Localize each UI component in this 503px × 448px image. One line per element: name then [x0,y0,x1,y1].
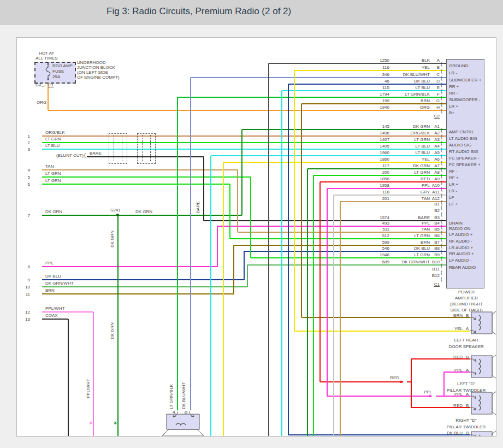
pin-function-label: LR + [449,104,483,109]
pin-bracket-icon: ( [441,148,442,152]
left-wire-color-label: PPL [45,261,54,266]
v-599 [233,245,234,294]
inline-connector-box [137,133,156,164]
wire-689-left [42,286,247,287]
pin-letter: B3 [417,215,440,220]
left-wire-number: 12 [20,310,30,315]
pin-bracket-icon: ( [441,250,442,255]
speaker-pin-color: YEL [430,326,463,331]
pin-letter: A1 [417,124,440,129]
left-wire-number: 9 [20,278,30,282]
pin-function-label: LF - [449,195,483,200]
v-coax [68,319,69,436]
pin-bracket-icon: ( [441,219,442,224]
speaker-pin-color: DK BLU [430,431,463,435]
left-wire-number: 11 [20,292,30,297]
v-bare [203,157,204,221]
pin-bracket-icon: ( [441,82,442,87]
wire-1960 [211,155,446,156]
pin-bracket-icon: ( [441,187,442,192]
v-1948 [250,177,251,258]
speaker-pin-color: RED [430,355,463,359]
pin-bracket-icon: ( [441,69,442,74]
pin-letter: D [417,79,440,84]
inline-connector-icon: » [88,421,94,425]
wire-1858 [320,181,446,182]
pin-letter: B9 [417,252,440,257]
speaker-pin-color: PPL [430,392,463,397]
left-wire-color-label: PPL/WHT [45,306,65,311]
pin-function-label: AMP CNTRL [449,129,483,134]
fuse-element-icon [45,63,51,81]
v-145 [241,129,242,215]
v-1858 [319,182,321,382]
fuse-pin-c1: C1 [48,82,54,87]
wire-1948-right [251,257,446,258]
pin-function-label: LR - [449,188,483,193]
pin-bracket-icon: ( [441,205,442,210]
wire-512-right [230,238,446,239]
speaker-pin-letter: B [466,403,471,408]
v-1960 [210,156,211,436]
fuse-rating: 25A [52,74,60,79]
pin-letter: A7 [417,163,440,168]
speaker-caption: RIGHT "D" [432,418,496,423]
pin-bracket-icon: ( [441,128,442,133]
pin-letter: B11 [417,267,440,272]
pin-bracket-icon: ( [441,109,442,114]
wire-1250-blk [269,63,446,64]
pin-bracket-icon: ( [441,256,442,261]
v-512 [229,184,230,239]
wire-689-right [247,264,446,266]
wire-1948-left [42,176,251,178]
speaker-pin-letter: A [466,392,471,397]
speaker-caption: LEFT "D" [432,381,496,386]
wire-ppl-wht [42,311,93,313]
left-wire-color-label: COAX [45,313,58,318]
pin-bracket-icon: ( [441,134,442,139]
left-wire-color-label: DK GRN [45,209,62,214]
pin-bracket-icon: ( [441,270,442,275]
wire-199 [301,103,446,104]
v-118 [333,195,334,436]
speaker-caption: DOOR SPEAKER [432,344,496,349]
speaker-pin-letter: A [466,368,471,373]
speaker-icon [470,388,496,418]
pin-bracket-icon: ( [441,200,442,205]
pin-bracket-icon: ( [441,89,442,94]
v-546 [244,251,245,280]
pin-letter: B4 [417,221,440,226]
inline-connector-icon: » [429,393,432,398]
pin-function-label: RR AUDIO + [449,251,483,256]
fuse-name: RDO AMP [52,63,73,68]
vertical-wire-color-label: BARE [196,191,201,213]
pin-letter: A11 [417,190,440,194]
wire-599-left [42,293,234,294]
pin-function-label: FC SPEAKER + [449,162,483,167]
wire-1405-lt-blu [42,149,446,150]
fuse-location: (ON LEFT SIDE [77,70,108,75]
left-wire-number: 6 [20,182,30,187]
fuse-name: FUSE [52,69,64,74]
v-200 [313,175,314,436]
pin-letter: H [417,105,440,110]
wire-1794 [177,97,446,98]
pin-function-label: SUBWOOFER + [449,78,483,82]
left-wire-number: 1 [20,134,30,139]
left-wire-color-label: LT BLU [45,143,60,148]
left-wire-number: 10 [20,285,30,290]
pin-letter: B5 [417,227,440,232]
connector-id-c2: C2 [417,114,440,119]
speaker-caption: LEFT REAR [432,338,496,343]
speaker-pin-letter: B [466,313,471,318]
speaker-pin-letter: A [466,326,471,331]
blunt-cut-bracket-icon: ( [84,153,86,158]
wire-color-label: ORG [37,100,46,105]
v-493 [217,226,218,267]
left-wire-color-label: LT GRN [45,137,61,142]
wire-546-left [42,279,244,280]
inline-connector-pin [150,135,151,161]
pin-bracket-icon: ( [441,154,442,159]
wire-116-yel [294,70,446,71]
v-1794 [177,97,178,410]
